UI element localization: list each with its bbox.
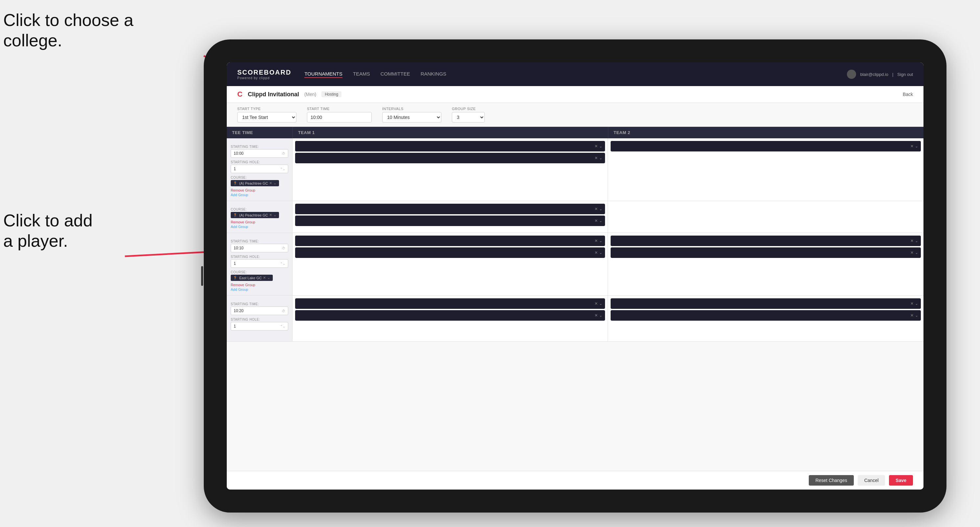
- player-slot-1-2[interactable]: ✕⌄: [295, 153, 605, 163]
- player-slot-1-1[interactable]: ✕⌄: [295, 141, 605, 151]
- starting-time-value-3[interactable]: 10:20 ⏱: [231, 306, 288, 315]
- course-edit-1[interactable]: ⌄: [274, 181, 276, 185]
- slot-up-3a-1[interactable]: ⌄: [599, 301, 602, 306]
- slot-up-1b-1[interactable]: ⌄: [599, 207, 602, 211]
- hole-spinner-1[interactable]: ⌃⌄: [280, 167, 285, 171]
- course-label-1b: COURSE:: [231, 208, 288, 211]
- course-tag-2[interactable]: 🏌 East Lake GC ✕ ⌄: [231, 275, 273, 281]
- slot-x-3a-1[interactable]: ✕: [595, 301, 598, 306]
- player-slot-3b-2[interactable]: ✕⌄: [611, 310, 921, 321]
- slot-x-2a-2[interactable]: ✕: [595, 250, 598, 255]
- slot-x-2b-1[interactable]: ✕: [910, 238, 914, 243]
- course-remove-1b[interactable]: ✕: [269, 213, 272, 217]
- nav-teams[interactable]: TEAMS: [353, 71, 370, 78]
- player-slot-2-1[interactable]: ✕⌄: [611, 141, 921, 151]
- course-edit-2[interactable]: ⌄: [267, 276, 270, 280]
- player-slot-1b-1[interactable]: ✕⌄: [295, 204, 605, 214]
- content-wrapper: Tee Time Team 1 Team 2 STARTING TIME: 10…: [227, 127, 923, 471]
- sign-out-link[interactable]: Sign out: [897, 72, 913, 77]
- nav-links: TOURNAMENTS TEAMS COMMITTEE RANKINGS: [304, 71, 847, 78]
- player-slot-2a-2[interactable]: ✕⌄: [295, 248, 605, 258]
- player-slot-2a-1[interactable]: ✕⌄: [295, 236, 605, 246]
- player-slot-3b-1[interactable]: ✕⌄: [611, 298, 921, 309]
- add-group-2[interactable]: Add Group: [231, 287, 288, 291]
- slot-up-2b-2[interactable]: ⌄: [915, 250, 918, 255]
- slot-up-3a-2[interactable]: ⌄: [599, 313, 602, 318]
- cancel-button[interactable]: Cancel: [858, 475, 885, 486]
- annotation-add-player: Click to add a player.: [3, 210, 93, 251]
- group-size-select[interactable]: 3: [452, 112, 485, 122]
- slot-up-1-2[interactable]: ⌄: [599, 156, 602, 160]
- time-spinner-3[interactable]: ⏱: [282, 309, 285, 313]
- intervals-select[interactable]: 10 Minutes: [382, 112, 441, 122]
- course-tag-1b[interactable]: 🏌 (A) Peachtree GC ✕ ⌄: [231, 212, 279, 218]
- slot-up-3b-1[interactable]: ⌄: [915, 301, 918, 306]
- tee-info-col-1: STARTING TIME: 10:00 ⏱ STARTING HOLE: 1 …: [227, 138, 293, 201]
- tee-info-col-2: STARTING TIME: 10:10 ⏱ STARTING HOLE: 1 …: [227, 233, 293, 295]
- course-edit-1b[interactable]: ⌄: [274, 213, 276, 217]
- intervals-label: Intervals: [382, 107, 441, 111]
- player-slot-3a-1[interactable]: ✕⌄: [295, 298, 605, 309]
- slot-up-3b-2[interactable]: ⌄: [915, 313, 918, 318]
- slot-up-1-1[interactable]: ⌄: [599, 144, 602, 149]
- slot-x-3a-2[interactable]: ✕: [595, 313, 598, 318]
- slot-up-2a-2[interactable]: ⌄: [599, 250, 602, 255]
- remove-group-1b[interactable]: Remove Group: [231, 220, 288, 224]
- hole-spinner-2[interactable]: ⌃⌄: [280, 262, 285, 265]
- time-spinner-2[interactable]: ⏱: [282, 246, 285, 250]
- group-size-label: Group Size: [452, 107, 485, 111]
- starting-hole-value-1[interactable]: 1 ⌃⌄: [231, 165, 288, 173]
- remove-group-2[interactable]: Remove Group: [231, 283, 288, 287]
- slot-x-1b-1[interactable]: ✕: [595, 207, 598, 211]
- remove-group-1[interactable]: Remove Group: [231, 188, 288, 192]
- tee-row-1b: COURSE: 🏌 (A) Peachtree GC ✕ ⌄ Remove Gr…: [227, 201, 923, 233]
- nav-committee[interactable]: COMMITTEE: [380, 71, 410, 78]
- slot-up-2a-1[interactable]: ⌄: [599, 238, 602, 243]
- top-nav: SCOREBOARD Powered by clippd TOURNAMENTS…: [227, 62, 923, 86]
- starting-hole-value-2[interactable]: 1 ⌃⌄: [231, 259, 288, 268]
- course-remove-1[interactable]: ✕: [269, 181, 272, 185]
- slot-up-2-1[interactable]: ⌄: [915, 144, 918, 149]
- nav-rankings[interactable]: RANKINGS: [421, 71, 446, 78]
- starting-time-value-2[interactable]: 10:10 ⏱: [231, 244, 288, 252]
- scroll-area[interactable]: STARTING TIME: 10:00 ⏱ STARTING HOLE: 1 …: [227, 138, 923, 471]
- slot-x-1b-2[interactable]: ✕: [595, 219, 598, 223]
- starting-time-value-1[interactable]: 10:00 ⏱: [231, 149, 288, 158]
- player-slot-1b-2[interactable]: ✕⌄: [295, 216, 605, 226]
- hole-spinner-3[interactable]: ⌃⌄: [280, 325, 285, 328]
- team1-col-1: ✕⌄ ✕⌄: [293, 138, 608, 201]
- nav-tournaments[interactable]: TOURNAMENTS: [304, 71, 342, 78]
- slot-x-2b-2[interactable]: ✕: [910, 250, 914, 255]
- slot-x-2-1[interactable]: ✕: [910, 144, 914, 149]
- starting-hole-value-3[interactable]: 1 ⌃⌄: [231, 322, 288, 330]
- team1-col-1b: ✕⌄ ✕⌄: [293, 201, 608, 233]
- slot-x-3b-1[interactable]: ✕: [910, 301, 914, 306]
- slot-up-1b-2[interactable]: ⌄: [599, 219, 602, 223]
- start-type-select[interactable]: 1st Tee Start: [237, 112, 296, 122]
- player-slot-3a-2[interactable]: ✕⌄: [295, 310, 605, 321]
- add-group-1b[interactable]: Add Group: [231, 225, 288, 229]
- slot-up-2b-1[interactable]: ⌄: [915, 238, 918, 243]
- slot-x-3b-2[interactable]: ✕: [910, 313, 914, 318]
- logo-sub: Powered by clippd: [237, 76, 291, 80]
- save-button[interactable]: Save: [889, 475, 913, 486]
- start-time-label: Start Time: [307, 107, 372, 111]
- logo-text: SCOREBOARD: [237, 69, 291, 76]
- sub-header: C Clippd Invitational (Men) Hosting Back: [227, 86, 923, 103]
- back-button[interactable]: Back: [903, 92, 913, 97]
- start-time-group: Start Time: [307, 107, 372, 122]
- slot-x-1-2[interactable]: ✕: [595, 156, 598, 160]
- slot-x-2a-1[interactable]: ✕: [595, 238, 598, 243]
- time-spinner-1[interactable]: ⏱: [282, 152, 285, 156]
- player-slot-2b-2[interactable]: ✕⌄: [611, 248, 921, 258]
- reset-button[interactable]: Reset Changes: [809, 475, 854, 486]
- course-tag-1[interactable]: 🏌 (A) Peachtree GC ✕ ⌄: [231, 180, 279, 186]
- tournament-gender: (Men): [304, 92, 317, 97]
- start-time-input[interactable]: [307, 112, 372, 122]
- intervals-group: Intervals 10 Minutes: [382, 107, 441, 122]
- user-avatar: [847, 70, 856, 79]
- slot-x-1-1[interactable]: ✕: [595, 144, 598, 149]
- add-group-1[interactable]: Add Group: [231, 193, 288, 197]
- course-remove-2[interactable]: ✕: [263, 276, 266, 280]
- player-slot-2b-1[interactable]: ✕⌄: [611, 236, 921, 246]
